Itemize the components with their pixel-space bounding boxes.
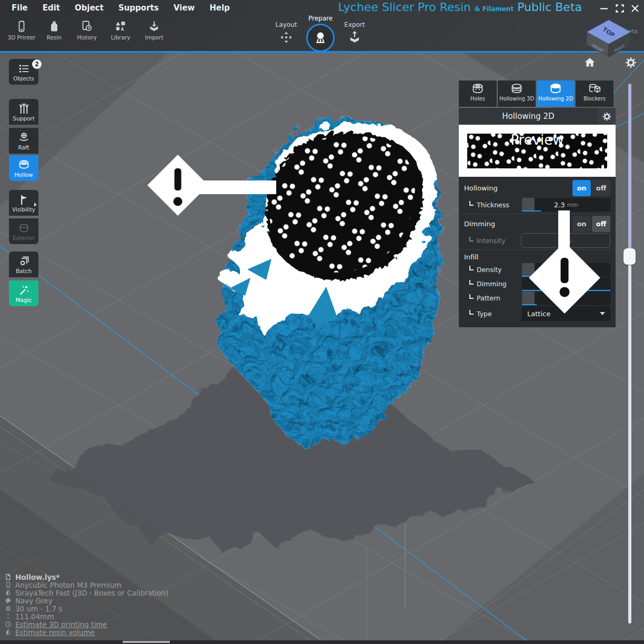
support-icon — [18, 103, 30, 115]
hollowing-on-button[interactable]: on — [572, 180, 591, 196]
dimming-on-button[interactable]: on — [572, 216, 591, 232]
magic-wand-icon — [18, 284, 30, 296]
panel-title: Hollowing 2D — [459, 112, 598, 121]
export-mode-button[interactable] — [348, 31, 361, 46]
sidebar-item-magic[interactable]: Magic — [9, 280, 38, 306]
sidebar-item-hollow[interactable]: Hollow — [9, 155, 38, 181]
import-button[interactable]: Import — [137, 20, 172, 41]
type-label: Type — [469, 310, 492, 318]
infill-pattern-row: Pattern mm — [459, 291, 616, 305]
tree-corner-icon — [469, 294, 474, 299]
window-title: Lychee Slicer Pro Resin & Filament Publi… — [338, 1, 582, 14]
tab-holes[interactable]: Holes — [459, 80, 497, 107]
history-icon — [80, 20, 93, 33]
tree-corner-icon — [469, 237, 474, 242]
move-arrows-icon — [279, 31, 293, 44]
infill-dimming-row: Dimming — [459, 277, 616, 291]
height-arrows-icon — [5, 613, 12, 620]
palette-icon — [5, 597, 12, 604]
minimize-button[interactable] — [598, 2, 610, 15]
batch-gears-icon — [18, 255, 30, 267]
prepare-model-icon — [313, 31, 328, 45]
menu-file[interactable]: File — [4, 1, 35, 15]
panel-settings-button[interactable] — [598, 108, 616, 125]
bottom-scrollbar-thumb[interactable] — [123, 641, 170, 643]
sidebar-item-exterior: Exterior — [9, 218, 38, 244]
menu-bar: File Edit Object Supports View Help — [4, 0, 237, 16]
estimate-volume-link[interactable]: Estimate resin volume — [5, 628, 168, 636]
hollowing-label: Hollowing — [464, 184, 498, 192]
thickness-input[interactable]: 2.3 mm — [522, 198, 610, 212]
infill-dimming-label: Dimming — [469, 280, 507, 288]
density-slider-handle[interactable] — [522, 263, 535, 277]
sidebar-item-visibility[interactable]: Visibility — [9, 190, 38, 216]
export-icon — [348, 31, 361, 44]
sidebar-item-batch[interactable]: Batch — [9, 251, 38, 277]
tab-hollowing-3d[interactable]: Hollowing 3D — [498, 80, 536, 107]
hollowing-2d-icon — [549, 82, 562, 96]
library-icon — [114, 20, 127, 33]
menu-view[interactable]: View — [166, 1, 203, 15]
clipping-slider-thumb[interactable] — [623, 248, 636, 265]
infill-type-value: Lattice — [527, 310, 600, 318]
tab-blockers[interactable]: Blockers — [576, 80, 613, 107]
infill-type-row: Type Lattice — [459, 305, 616, 322]
infill-dimming-input[interactable] — [522, 277, 610, 291]
hollowing-preview[interactable]: Preview — [459, 125, 616, 177]
pattern-input[interactable]: mm — [522, 291, 610, 305]
resin-drop-icon — [5, 589, 12, 596]
menu-edit[interactable]: Edit — [35, 1, 67, 15]
density-input[interactable] — [522, 263, 610, 277]
maximize-button[interactable] — [613, 2, 626, 15]
status-height: 111.04mm — [5, 612, 168, 620]
resin-button[interactable]: Resin — [37, 20, 72, 41]
menu-help[interactable]: Help — [202, 1, 237, 15]
layers-icon — [5, 605, 12, 612]
view-cube[interactable]: TOP FRONT RIGHT — [581, 16, 636, 61]
tab-hollowing-2d[interactable]: Hollowing 2D — [537, 80, 575, 107]
hollowing-off-button[interactable]: off — [592, 180, 610, 196]
clipping-slider-lower[interactable] — [628, 265, 631, 623]
status-layer: 30 um - 1.7 s — [5, 605, 168, 612]
exterior-cylinder-icon — [18, 222, 30, 234]
printer-3d-icon — [15, 20, 28, 33]
hollow-cylinder-icon — [18, 159, 30, 171]
menu-supports[interactable]: Supports — [111, 1, 166, 15]
prepare-mode-button[interactable] — [306, 24, 335, 52]
layout-mode-button[interactable] — [279, 31, 293, 46]
sidebar-item-raft[interactable]: Raft — [9, 128, 38, 154]
intensity-label: Intensity — [469, 237, 505, 245]
library-button[interactable]: Library — [103, 20, 138, 41]
panel-header: Hollowing 2D — [459, 108, 616, 125]
thickness-label: Thickness — [469, 201, 509, 209]
blockers-icon — [588, 82, 601, 96]
menu-object[interactable]: Object — [67, 1, 111, 15]
status-color: Navy Grey — [5, 597, 168, 605]
thickness-slider-handle[interactable] — [522, 198, 535, 212]
estimate-time-link[interactable]: Estimate 3D printing time — [5, 620, 168, 628]
sidebar-item-support[interactable]: Support — [9, 99, 38, 125]
chevron-right-icon — [34, 203, 37, 207]
file-icon — [5, 573, 12, 580]
app-title-beta: Public Beta — [517, 1, 582, 14]
app-title-suffix: & Filament — [475, 5, 514, 13]
resin-bottle-icon — [48, 20, 61, 33]
hollowing-row: Hollowing on off — [459, 179, 616, 197]
printer-button[interactable]: 3D Printer — [4, 20, 39, 41]
intensity-row: Intensity 0 % — [459, 233, 616, 248]
infill-type-dropdown[interactable]: Lattice — [522, 306, 610, 321]
density-label: Density — [469, 266, 502, 274]
status-printer: Anycubic Photon M3 Premium — [5, 581, 168, 589]
close-button[interactable] — [629, 2, 641, 15]
intensity-input: 0 % — [521, 233, 610, 248]
status-filename: Hollow.lys* — [5, 573, 168, 581]
history-button[interactable]: History — [69, 20, 104, 41]
bottom-scrollbar[interactable] — [0, 640, 644, 644]
panel-body: Preview Hollowing on off Thickness 2.3 m… — [459, 125, 616, 327]
status-bar: Hollow.lys* Anycubic Photon M3 Premium S… — [5, 573, 168, 636]
pattern-slider-handle[interactable] — [522, 291, 535, 305]
hollowing-panel: Holes Hollowing 3D Hollowing 2D Blockers… — [459, 80, 616, 327]
dimming-off-button[interactable]: off — [592, 216, 610, 232]
tree-corner-icon — [469, 266, 474, 270]
infill-section-header: Infill — [459, 251, 616, 263]
